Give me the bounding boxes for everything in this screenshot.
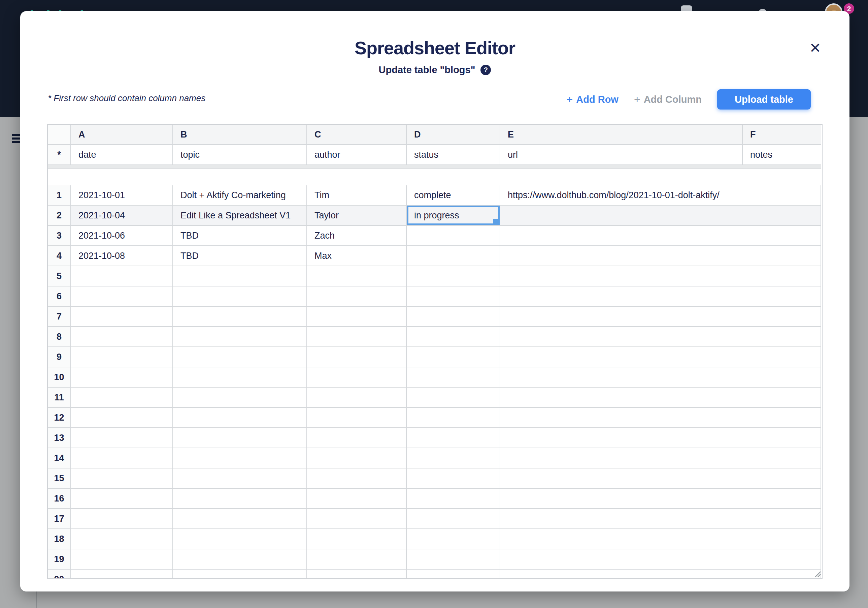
cell-D9[interactable] <box>407 347 500 367</box>
cell-B12[interactable] <box>173 408 307 428</box>
cell-F15[interactable] <box>743 468 821 489</box>
cell-E16[interactable] <box>500 489 743 509</box>
cell-C6[interactable] <box>307 286 407 307</box>
cell-F14[interactable] <box>743 448 821 468</box>
cell-D13[interactable] <box>407 428 500 448</box>
cell-F7[interactable] <box>743 307 821 327</box>
cell-A19[interactable] <box>71 549 173 569</box>
cell-B11[interactable] <box>173 387 307 408</box>
cell-F4[interactable] <box>743 246 821 266</box>
cell-A6[interactable] <box>71 286 173 307</box>
cell-F10[interactable] <box>743 367 821 387</box>
cell-F12[interactable] <box>743 408 821 428</box>
cell-E12[interactable] <box>500 408 743 428</box>
cell-E15[interactable] <box>500 468 743 489</box>
row-header-18[interactable]: 18 <box>48 529 71 549</box>
cell-C20[interactable] <box>307 569 407 579</box>
cell-B14[interactable] <box>173 448 307 468</box>
cell-D8[interactable] <box>407 327 500 347</box>
cell-E14[interactable] <box>500 448 743 468</box>
cell-C4[interactable]: Max <box>307 246 407 266</box>
row-header-12[interactable]: 12 <box>48 408 71 428</box>
row-header-11[interactable]: 11 <box>48 387 71 408</box>
cell-F19[interactable] <box>743 549 821 569</box>
add-row-button[interactable]: + Add Row <box>567 93 618 106</box>
cell-B5[interactable] <box>173 266 307 286</box>
cell-E13[interactable] <box>500 428 743 448</box>
column-header-D[interactable]: D <box>407 125 500 145</box>
cell-D2[interactable]: in progress <box>407 205 500 226</box>
cell-F8[interactable] <box>743 327 821 347</box>
cell-E20[interactable] <box>500 569 743 579</box>
cell-D16[interactable] <box>407 489 500 509</box>
column-header-A[interactable]: A <box>71 125 173 145</box>
cell-B2[interactable]: Edit Like a Spreadsheet V1 <box>173 205 307 226</box>
cell-D3[interactable] <box>407 226 500 246</box>
row-header-13[interactable]: 13 <box>48 428 71 448</box>
cell-B7[interactable] <box>173 307 307 327</box>
row-header-10[interactable]: 10 <box>48 367 71 387</box>
row-header-7[interactable]: 7 <box>48 307 71 327</box>
cell-F5[interactable] <box>743 266 821 286</box>
cell-A20[interactable] <box>71 569 173 579</box>
cell-E19[interactable] <box>500 549 743 569</box>
cell-D6[interactable] <box>407 286 500 307</box>
cell-A17[interactable] <box>71 509 173 529</box>
row-header-star[interactable]: * <box>48 145 71 165</box>
cell-A3[interactable]: 2021-10-06 <box>71 226 173 246</box>
cell-D19[interactable] <box>407 549 500 569</box>
column-header-E[interactable]: E <box>500 125 743 145</box>
cell-F17[interactable] <box>743 509 821 529</box>
row-header-19[interactable]: 19 <box>48 549 71 569</box>
row-header-3[interactable]: 3 <box>48 226 71 246</box>
cell-A12[interactable] <box>71 408 173 428</box>
cell-A2[interactable]: 2021-10-04 <box>71 205 173 226</box>
cell-F6[interactable] <box>743 286 821 307</box>
cell-A7[interactable] <box>71 307 173 327</box>
cell-F-name[interactable]: notes <box>743 145 821 165</box>
cell-A11[interactable] <box>71 387 173 408</box>
cell-B18[interactable] <box>173 529 307 549</box>
cell-C18[interactable] <box>307 529 407 549</box>
column-header-F[interactable]: F <box>743 125 821 145</box>
cell-C-name[interactable]: author <box>307 145 407 165</box>
cell-E8[interactable] <box>500 327 743 347</box>
cell-D15[interactable] <box>407 468 500 489</box>
cell-B1[interactable]: Dolt + Aktify Co-marketing <box>173 185 307 205</box>
cell-E7[interactable] <box>500 307 743 327</box>
cell-A4[interactable]: 2021-10-08 <box>71 246 173 266</box>
row-header-8[interactable]: 8 <box>48 327 71 347</box>
cell-D12[interactable] <box>407 408 500 428</box>
cell-F13[interactable] <box>743 428 821 448</box>
cell-C12[interactable] <box>307 408 407 428</box>
cell-C19[interactable] <box>307 549 407 569</box>
cell-C15[interactable] <box>307 468 407 489</box>
cell-E6[interactable] <box>500 286 743 307</box>
cell-E1[interactable]: https://www.dolthub.com/blog/2021-10-01-… <box>500 185 743 205</box>
row-header-20[interactable]: 20 <box>48 569 71 579</box>
row-header-1[interactable]: 1 <box>48 185 71 205</box>
cell-E11[interactable] <box>500 387 743 408</box>
cell-C16[interactable] <box>307 489 407 509</box>
cell-D10[interactable] <box>407 367 500 387</box>
cell-C7[interactable] <box>307 307 407 327</box>
cell-E3[interactable] <box>500 226 743 246</box>
cell-C9[interactable] <box>307 347 407 367</box>
column-header-B[interactable]: B <box>173 125 307 145</box>
cell-F16[interactable] <box>743 489 821 509</box>
cell-B-name[interactable]: topic <box>173 145 307 165</box>
cell-B13[interactable] <box>173 428 307 448</box>
cell-C10[interactable] <box>307 367 407 387</box>
help-icon[interactable]: ? <box>480 65 491 75</box>
table-resize-handle[interactable] <box>812 569 821 578</box>
row-header-4[interactable]: 4 <box>48 246 71 266</box>
cell-B6[interactable] <box>173 286 307 307</box>
cell-B19[interactable] <box>173 549 307 569</box>
cell-B8[interactable] <box>173 327 307 347</box>
cell-B20[interactable] <box>173 569 307 579</box>
cell-E-name[interactable]: url <box>500 145 743 165</box>
cell-B17[interactable] <box>173 509 307 529</box>
cell-B9[interactable] <box>173 347 307 367</box>
cell-A10[interactable] <box>71 367 173 387</box>
cell-C3[interactable]: Zach <box>307 226 407 246</box>
